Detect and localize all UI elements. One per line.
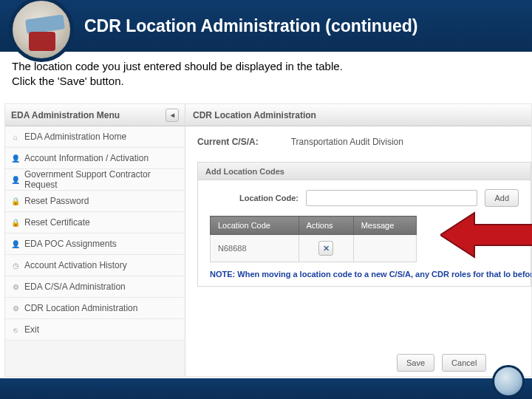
instruction-line-2: Click the 'Save' button. <box>12 74 520 89</box>
sidebar-item-government-support-contractor-request[interactable]: 👤Government Support Contractor Request <box>5 169 185 191</box>
cell-location-code: N68688 <box>211 235 299 262</box>
exit-icon: ⎋ <box>11 325 20 334</box>
cell-actions: ✕ <box>299 235 353 262</box>
sidebar-item-label: EDA C/S/A Administration <box>24 282 126 292</box>
sidebar-titlebar: EDA Administration Menu ◂ <box>5 104 185 126</box>
sidebar-item-reset-certificate[interactable]: 🔒Reset Certificate <box>5 212 185 233</box>
add-button[interactable]: Add <box>485 189 519 207</box>
th-location-code: Location Code <box>211 216 299 235</box>
location-code-row: Location Code: Add <box>210 189 519 207</box>
action-button-row: Save Cancel <box>397 354 486 372</box>
csa-label: Current C/S/A: <box>197 137 259 147</box>
user-icon: 👤 <box>11 154 20 163</box>
sidebar-item-label: Reset Password <box>24 196 89 206</box>
csa-row: Current C/S/A: Transportation Audit Divi… <box>185 126 531 157</box>
sidebar-item-label: Account Activation History <box>24 260 127 270</box>
clock-icon: ◷ <box>11 261 20 270</box>
th-message: Message <box>353 216 416 235</box>
sidebar-item-label: CDR Location Administration <box>24 303 137 313</box>
panel-header: Add Location Codes <box>198 163 531 180</box>
slide-footer <box>0 378 532 399</box>
instruction-block: The location code you just entered shoul… <box>0 52 532 94</box>
footer-seal <box>492 365 525 398</box>
app-screenshot: EDA Administration Menu ◂ ⌂EDA Administr… <box>4 103 532 377</box>
home-icon: ⌂ <box>11 132 20 141</box>
user-icon: 👤 <box>11 239 20 248</box>
sidebar-item-exit[interactable]: ⎋Exit <box>5 319 185 341</box>
sidebar-item-eda-poc-assignments[interactable]: 👤EDA POC Assignments <box>5 233 185 255</box>
sidebar-item-account-activation-history[interactable]: ◷Account Activation History <box>5 255 185 276</box>
sidebar-item-reset-password[interactable]: 🔒Reset Password <box>5 191 185 212</box>
sidebar-item-eda-c-s-a-administration[interactable]: ⚙EDA C/S/A Administration <box>5 276 185 298</box>
sidebar-item-label: Account Information / Activation <box>24 153 149 163</box>
main-panel: CDR Location Administration Current C/S/… <box>185 104 531 376</box>
slide-title: CDR Location Administration (continued) <box>84 16 417 36</box>
agency-seal <box>9 0 74 62</box>
panel-body: Location Code: Add Location Code Actions… <box>198 180 531 286</box>
location-table: Location Code Actions Message N68688✕ <box>210 216 417 262</box>
sidebar-title: EDA Administration Menu <box>11 110 120 120</box>
sidebar-item-label: Reset Certificate <box>24 217 90 228</box>
location-code-input[interactable] <box>306 190 477 206</box>
instruction-line-1: The location code you just entered shoul… <box>12 59 520 74</box>
gear-icon: ⚙ <box>11 282 20 291</box>
main-titlebar: CDR Location Administration <box>185 104 531 126</box>
table-row: N68688✕ <box>211 235 417 262</box>
add-location-panel: Add Location Codes Location Code: Add Lo… <box>197 162 531 287</box>
sidebar-item-cdr-location-administration[interactable]: ⚙CDR Location Administration <box>5 298 185 319</box>
cancel-button[interactable]: Cancel <box>442 354 486 372</box>
location-code-label: Location Code: <box>210 194 299 202</box>
remove-row-button[interactable]: ✕ <box>318 241 333 256</box>
lock-icon: 🔒 <box>11 197 20 205</box>
note-text: NOTE: When moving a location code to a n… <box>210 270 519 279</box>
save-button[interactable]: Save <box>397 354 434 372</box>
sidebar-item-label: Exit <box>24 324 39 335</box>
user-icon: 👤 <box>11 175 20 184</box>
sidebar-item-label: EDA POC Assignments <box>24 239 117 249</box>
lock-icon: 🔒 <box>11 218 20 227</box>
sidebar-collapse-button[interactable]: ◂ <box>166 109 179 122</box>
main-title: CDR Location Administration <box>193 110 316 120</box>
sidebar-item-label: EDA Administration Home <box>24 132 126 142</box>
slide-header: CDR Location Administration (continued) <box>0 0 532 52</box>
cell-message <box>353 235 416 262</box>
sidebar: EDA Administration Menu ◂ ⌂EDA Administr… <box>5 104 185 376</box>
sidebar-item-label: Government Support Contractor Request <box>24 169 179 190</box>
sidebar-item-account-information-activation[interactable]: 👤Account Information / Activation <box>5 148 185 169</box>
csa-value: Transportation Audit Division <box>291 137 403 147</box>
th-actions: Actions <box>299 216 353 235</box>
gear-icon: ⚙ <box>11 304 20 313</box>
sidebar-item-eda-administration-home[interactable]: ⌂EDA Administration Home <box>5 126 185 148</box>
